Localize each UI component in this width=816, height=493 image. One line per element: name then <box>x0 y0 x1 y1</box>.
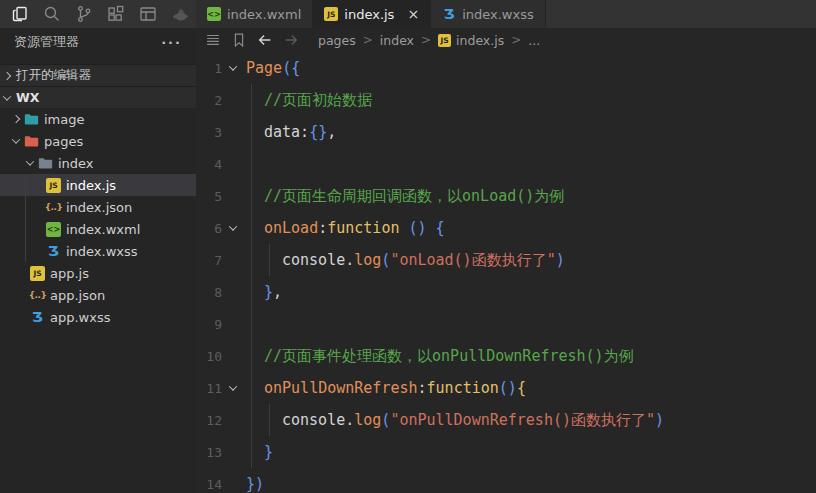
breadcrumb-item[interactable]: pages <box>318 33 356 48</box>
search-icon[interactable] <box>36 0 68 28</box>
tree-item-index.wxml[interactable]: <>index.wxml <box>0 218 196 240</box>
code-token: } <box>264 443 273 461</box>
code-token: {} <box>309 123 327 141</box>
fold-chevron-icon[interactable] <box>222 385 243 391</box>
editor-tab-bar: <>index.wxmlJSindex.js×Ӡindex.wxss <box>196 0 816 28</box>
code-line-10[interactable]: 10//页面事件处理函数，以onPullDownRefresh()为例 <box>196 340 816 372</box>
code-token: //页面事件处理函数，以onPullDownRefresh()为例 <box>264 347 634 366</box>
files-icon[interactable] <box>4 0 36 28</box>
code-token: , <box>273 283 282 301</box>
chevron-right-icon <box>12 115 20 123</box>
js-file-icon: JS <box>324 7 338 21</box>
code-line-3[interactable]: 3data:{}, <box>196 116 816 148</box>
tree-item-label: pages <box>44 134 83 149</box>
indent-guide <box>251 116 252 148</box>
tree-item-label: index.json <box>66 200 132 215</box>
breadcrumb-separator: > <box>421 33 431 47</box>
tree-item-image[interactable]: image <box>0 108 196 130</box>
line-number: 3 <box>196 125 222 140</box>
indent-guide <box>251 180 252 212</box>
tab-index.wxss[interactable]: Ӡindex.wxss <box>431 0 546 28</box>
indent-guide <box>251 84 252 116</box>
code-content: }, <box>243 276 816 308</box>
line-number: 2 <box>196 93 222 108</box>
breadcrumb-label: ... <box>528 33 540 48</box>
tree-item-index.js[interactable]: JSindex.js <box>0 174 196 196</box>
tree-indent-guide <box>25 174 26 262</box>
breadcrumb-bar: pages>index>JSindex.js>... <box>196 28 816 52</box>
source-control-icon[interactable] <box>68 0 100 28</box>
code-line-2[interactable]: 2//页面初始数据 <box>196 84 816 116</box>
code-token: Page <box>246 59 282 77</box>
indent-guide <box>251 244 252 276</box>
back-arrow-icon[interactable] <box>252 28 278 52</box>
wxss-file-icon: Ӡ <box>442 7 456 21</box>
code-line-5[interactable]: 5//页面生命周期回调函数，以onLoad()为例 <box>196 180 816 212</box>
chevron-down-icon <box>3 92 11 100</box>
indent-guide <box>251 148 252 180</box>
code-content <box>243 308 816 340</box>
breadcrumb-separator: > <box>511 33 521 47</box>
extensions-icon[interactable] <box>100 0 132 28</box>
breadcrumb-item[interactable]: index <box>380 33 414 48</box>
bookmark-icon[interactable] <box>226 28 252 52</box>
js-file-icon: JS <box>30 266 45 281</box>
code-token: //页面生命周期回调函数，以onLoad()为例 <box>264 187 564 206</box>
section-open-editors[interactable]: 打开的编辑器 <box>0 64 196 86</box>
code-line-11[interactable]: 11onPullDownRefresh:function(){ <box>196 372 816 404</box>
code-content: //页面事件处理函数，以onPullDownRefresh()为例 <box>243 340 816 372</box>
code-content: } <box>243 436 816 468</box>
tree-item-index[interactable]: index <box>0 152 196 174</box>
outline-icon[interactable] <box>200 28 226 52</box>
code-line-12[interactable]: 12console.log("onPullDownRefresh()函数执行了"… <box>196 404 816 436</box>
wxml-file-icon: <> <box>207 7 221 21</box>
window-layout-icon[interactable] <box>132 0 164 28</box>
indent-guide <box>251 404 252 436</box>
tab-index.wxml[interactable]: <>index.wxml <box>196 0 313 28</box>
tab-label: index.js <box>344 7 394 22</box>
fold-chevron-icon[interactable] <box>222 65 243 71</box>
tree-item-app.json[interactable]: {..}app.json <box>0 284 196 306</box>
code-token: } <box>264 283 273 301</box>
code-line-9[interactable]: 9 <box>196 308 816 340</box>
code-line-7[interactable]: 7console.log("onLoad()函数执行了") <box>196 244 816 276</box>
code-line-8[interactable]: 8}, <box>196 276 816 308</box>
explorer-more-menu[interactable]: ··· <box>161 35 182 50</box>
code-token: ( <box>381 411 390 430</box>
tree-item-pages[interactable]: pages <box>0 130 196 152</box>
section-workspace-wx[interactable]: WX <box>0 86 196 108</box>
tree-item-label: index.wxss <box>66 244 138 259</box>
code-content: console.log("onPullDownRefresh()函数执行了") <box>243 404 816 436</box>
folder-pages-icon <box>24 134 39 149</box>
code-token: : <box>418 379 427 397</box>
close-icon[interactable]: × <box>407 7 419 21</box>
line-number: 1 <box>196 61 222 76</box>
code-token: , <box>327 123 336 141</box>
tree-item-app.wxss[interactable]: Ӡapp.wxss <box>0 306 196 328</box>
tree-item-index.json[interactable]: {..}index.json <box>0 196 196 218</box>
tree-item-app.js[interactable]: JSapp.js <box>0 262 196 284</box>
breadcrumb-item[interactable]: JSindex.js <box>438 33 504 48</box>
teapot-icon[interactable] <box>164 0 196 28</box>
breadcrumb-item[interactable]: ... <box>528 33 540 48</box>
forward-arrow-icon[interactable] <box>278 28 304 52</box>
tab-index.js[interactable]: JSindex.js× <box>313 0 431 28</box>
code-content: onLoad:function () { <box>243 212 816 244</box>
tree-item-index.wxss[interactable]: Ӡindex.wxss <box>0 240 196 262</box>
breadcrumb-label: index.js <box>456 33 504 48</box>
code-editor[interactable]: 1Page({2//页面初始数据3data:{},45//页面生命周期回调函数，… <box>196 52 816 493</box>
code-line-14[interactable]: 14}) <box>196 468 816 493</box>
fold-chevron-icon[interactable] <box>222 225 243 231</box>
code-line-4[interactable]: 4 <box>196 148 816 180</box>
code-line-6[interactable]: 6onLoad:function () { <box>196 212 816 244</box>
chevron-down-icon <box>12 135 20 143</box>
code-line-1[interactable]: 1Page({ <box>196 52 816 84</box>
wechat-devtools-window: <>index.wxmlJSindex.js×Ӡindex.wxss pages… <box>0 0 816 493</box>
code-token: ) <box>556 251 565 270</box>
js-file-icon: JS <box>46 178 61 193</box>
code-line-13[interactable]: 13} <box>196 436 816 468</box>
indent-guide <box>251 276 252 308</box>
code-token <box>399 219 408 237</box>
code-token: "onPullDownRefresh()函数执行了" <box>390 411 655 430</box>
section-label: 打开的编辑器 <box>16 67 91 84</box>
